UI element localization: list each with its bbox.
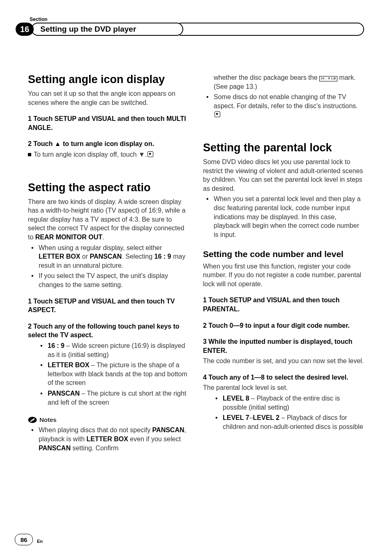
chapter-title: Setting up the DVD player [40,25,136,34]
step-angle-2: 2 Touch ▲ to turn angle icon display on. [28,139,189,148]
heading-parental: Setting the parental lock [203,141,364,154]
list-item: Some discs do not enable changing of the… [203,93,364,119]
note-cont: whether the disc package bears the 16 : … [203,73,364,91]
para-level-set: The parental lock level is set. [203,383,364,392]
column-right: whether the disc package bears the 16 : … [203,73,364,533]
step-parental-4: 4 Touch any of 1—8 to select the desired… [203,373,364,382]
notes-list: When playing discs that do not specify P… [28,426,189,452]
step-parental-1: 1 Touch SETUP and VISUAL and then touch … [203,296,364,313]
end-icon [214,111,220,117]
list-item: LEVEL 8 – Playback of the entire disc is… [203,394,364,412]
lang-label: En [37,539,43,544]
step-parental-2: 2 Touch 0—9 to input a four digit code n… [203,321,364,330]
square-bullet-icon [28,153,31,156]
step-angle-1: 1 Touch SETUP and VISUAL and then touch … [28,114,189,132]
page-number: 86 [15,534,33,545]
list-item: If you select the TV aspect, the unit's … [28,271,189,289]
para-parental: Some DVD video discs let you use parenta… [203,158,364,193]
chapter-lozenge-right [175,23,364,36]
list-item: LETTER BOX – The picture is the shape of… [28,361,189,387]
list-item: When using a regular display, select eit… [28,243,189,270]
aspect-options: 16 : 9 – Wide screen picture (16:9) is d… [28,341,189,407]
para-code-set: The code number is set, and you can now … [203,357,364,366]
page: Section Setting up the DVD player 16 Set… [0,0,392,556]
list-item: PANSCAN – The picture is cut short at th… [28,389,189,407]
step-aspect-1: 1 Touch SETUP and VISUAL and then touch … [28,297,189,315]
list-item: When playing discs that do not specify P… [28,426,189,452]
end-icon [148,151,153,157]
step-aspect-2: 2 Touch any of the following touch panel… [28,322,189,340]
list-item: When you set a parental lock level and t… [203,195,364,239]
notes-label: Notes [39,416,57,424]
heading-angle: Setting angle icon display [28,73,189,86]
page-footer: 86 En [15,534,43,545]
chapter-bar: Setting up the DVD player 16 [16,23,364,38]
para-angle: You can set it up so that the angle icon… [28,89,189,107]
step-parental-3: 3 While the inputted number is displayed… [203,337,364,355]
chapter-lozenge-left: Setting up the DVD player [31,23,183,36]
para-code: When you first use this function, regist… [203,262,364,289]
aspect-bullets: When using a regular display, select eit… [28,243,189,290]
notes-header: Notes [28,416,189,424]
note-angle-off: To turn angle icon display off, touch ▼. [28,150,189,159]
heading-aspect: Setting the aspect ratio [28,181,189,194]
list-item: LEVEL 7–LEVEL 2 – Playback of discs for … [203,413,364,431]
pencil-icon [28,417,37,423]
notes-list-cont: Some discs do not enable changing of the… [203,93,364,119]
lb-mark-icon: 16 : 9 LB [319,76,337,81]
parental-bullets: When you set a parental lock level and t… [203,195,364,239]
column-left: Setting angle icon display You can set i… [28,73,189,533]
content-columns: Setting angle icon display You can set i… [28,73,364,533]
para-aspect: There are two kinds of display. A wide s… [28,197,189,242]
section-label: Section [30,16,47,22]
level-list: LEVEL 8 – Playback of the entire disc is… [203,394,364,431]
chapter-badge: 16 [16,23,34,36]
list-item: 16 : 9 – Wide screen picture (16:9) is d… [28,341,189,359]
subheading-code: Setting the code number and level [203,249,364,259]
